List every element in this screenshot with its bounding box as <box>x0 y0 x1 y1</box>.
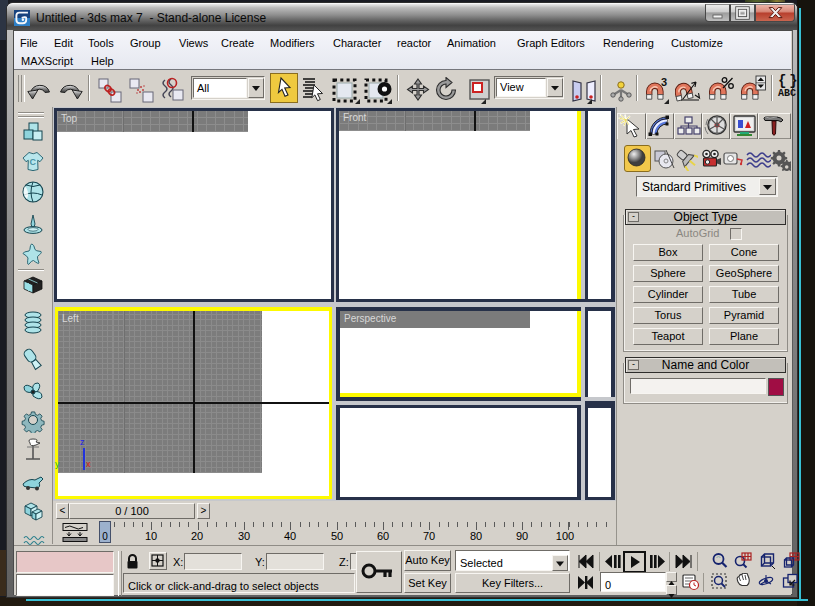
svg-text:C: C <box>30 157 37 167</box>
svg-text:3: 3 <box>661 76 667 88</box>
